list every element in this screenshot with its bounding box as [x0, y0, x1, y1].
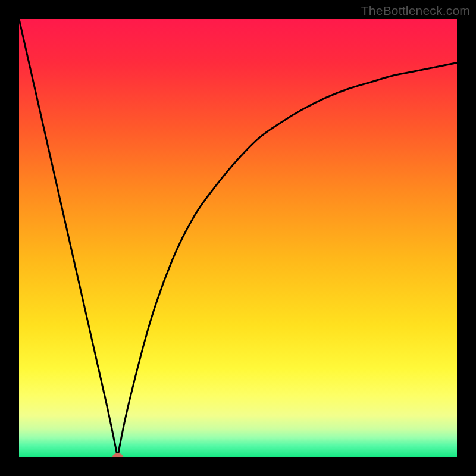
curve-layer: [19, 19, 457, 457]
bottleneck-curve: [19, 19, 457, 457]
plot-area: [19, 19, 457, 457]
chart-frame: TheBottleneck.com: [0, 0, 476, 476]
optimal-marker: [112, 453, 123, 458]
watermark-text: TheBottleneck.com: [361, 4, 470, 18]
